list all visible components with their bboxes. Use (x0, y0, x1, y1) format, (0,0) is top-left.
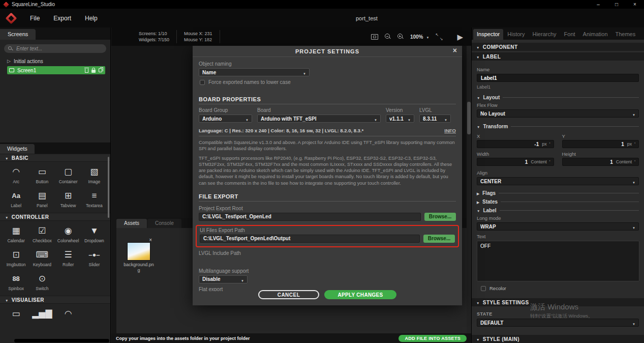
delete-screen-icon[interactable] (85, 69, 88, 73)
project-export-root-input[interactable]: C:\LVGL_Test\port_OpenLed (199, 213, 421, 221)
cancel-button[interactable]: CANCEL (258, 290, 319, 299)
align-dropdown[interactable]: CENTER (477, 177, 639, 185)
widget-tabview[interactable]: ⊞Tabview (55, 189, 81, 208)
widgets-section-visualiser[interactable]: VISUALISER (0, 296, 110, 304)
widget-checkbox[interactable]: ☑Checkbox (29, 224, 55, 243)
widget-label-widget[interactable]: AaLabel (3, 189, 29, 208)
board-dropdown[interactable]: Arduino with TFT_eSPI (257, 115, 381, 123)
transform-section-header[interactable]: Transform (477, 124, 639, 129)
state-dropdown[interactable]: DEFAULT (477, 319, 639, 327)
text-input[interactable]: OFF (477, 241, 639, 281)
widget-container[interactable]: ▢Container (55, 165, 81, 184)
project-root-browse-button[interactable]: Browse... (424, 213, 456, 221)
add-file-into-assets-button[interactable]: ADD FILE INTO ASSETS (398, 335, 467, 342)
ui-files-browse-button[interactable]: Browse... (423, 235, 455, 243)
width-input[interactable]: 1 Content (477, 158, 554, 166)
label-subsection-header[interactable]: Label (477, 208, 639, 213)
zoom-level-dropdown[interactable]: 100% (410, 34, 430, 40)
style-main-header[interactable]: STYLE (MAIN) (472, 335, 644, 343)
tree-item-screen1[interactable]: Screen1 (7, 66, 105, 74)
menu-file[interactable]: File (30, 15, 40, 22)
tab-animation[interactable]: Animation (579, 29, 611, 40)
board-group-dropdown[interactable]: Arduino (199, 115, 252, 123)
widget-panel[interactable]: ▤Panel (29, 189, 55, 208)
style-settings-header[interactable]: STYLE SETTINGS (472, 298, 644, 306)
widgets-section-controller[interactable]: CONTROLLER (0, 213, 110, 221)
component-section-header[interactable]: COMPONENT (472, 43, 644, 51)
zoom-in-icon[interactable] (397, 34, 404, 40)
tab-assets[interactable]: Assets (116, 219, 147, 228)
widget-imgbutton[interactable]: ⊡Imgbutton (3, 248, 29, 267)
tab-widgets[interactable]: Widgets (0, 144, 35, 154)
tab-hierarchy[interactable]: Hierarchy (529, 29, 560, 40)
widget-arc[interactable]: ◠Arc (3, 165, 29, 184)
widget-calendar[interactable]: ▦Calendar (3, 224, 29, 243)
recolor-checkbox[interactable] (481, 286, 486, 291)
maximize-button[interactable]: □ (607, 0, 626, 9)
widget-spinbox[interactable]: 88Spinbox (3, 272, 29, 291)
asset-thumbnail[interactable] (127, 242, 150, 261)
apply-changes-button[interactable]: APPLY CHANGES (324, 290, 396, 299)
widgets-scrollbar[interactable] (108, 157, 109, 218)
unit-selector-icon[interactable] (634, 159, 635, 164)
tree-item-initial-actions[interactable]: ▷ Initial actions (0, 57, 110, 65)
flags-section-header[interactable]: Flags (477, 190, 639, 196)
widget-textarea[interactable]: ≡Textarea (81, 189, 107, 208)
tab-screens[interactable]: Screens (0, 29, 36, 40)
tab-themes[interactable]: Themes (612, 29, 639, 40)
widget-image[interactable]: ▧Image (81, 165, 107, 184)
fullscreen-icon[interactable] (436, 34, 442, 40)
unit-selector-icon[interactable] (549, 159, 550, 164)
widget-colorwheel[interactable]: ◉Colorwheel (55, 224, 81, 243)
zoom-out-icon[interactable] (385, 34, 391, 40)
states-section-header[interactable]: States (477, 199, 639, 205)
long-mode-dropdown[interactable]: WRAP (477, 222, 639, 231)
layout-section-header[interactable]: Layout (477, 95, 639, 100)
widget-visualiser-2[interactable]: ▂▅▇ (29, 307, 55, 320)
duplicate-screen-icon[interactable] (99, 68, 102, 72)
remove-asset-icon[interactable]: × (149, 237, 152, 243)
search-box[interactable] (4, 44, 106, 53)
tab-console[interactable]: Console (147, 219, 181, 228)
close-window-button[interactable]: × (626, 0, 644, 9)
widgets-section-basic[interactable]: BASIC (0, 154, 110, 162)
widget-switch[interactable]: ⊙Switch (29, 272, 55, 291)
version-dropdown[interactable]: v1.1.1 (386, 115, 414, 123)
canvas-scrollbar-thumb[interactable] (467, 102, 471, 134)
menu-export[interactable]: Export (53, 15, 71, 22)
widget-dropdown[interactable]: ▼Dropdown (81, 224, 107, 243)
tab-font[interactable]: Font (561, 29, 579, 40)
menu-help[interactable]: Help (85, 15, 98, 22)
lvgl-version-dropdown[interactable]: 8.3.11 (419, 115, 451, 123)
widgets-horizontal-scrollbar[interactable] (14, 339, 109, 342)
minimize-button[interactable]: – (589, 0, 607, 9)
force-lowercase-checkbox[interactable] (200, 80, 205, 85)
widget-keyboard[interactable]: ⌨Keyboard (29, 248, 55, 267)
widget-slider[interactable]: –●–Slider (81, 248, 107, 267)
canvas-scrollbar[interactable] (467, 46, 471, 333)
multilanguage-dropdown[interactable]: Disable (199, 275, 248, 283)
tab-history[interactable]: History (504, 29, 528, 40)
y-input[interactable]: 1 px (562, 140, 639, 148)
label-section-header[interactable]: LABEL (472, 52, 644, 61)
unit-selector-icon[interactable] (634, 141, 635, 147)
play-button[interactable]: ▶ (457, 33, 463, 41)
object-naming-dropdown[interactable]: Name (199, 68, 310, 76)
widget-visualiser-3[interactable]: ◠ (55, 307, 81, 320)
tab-inspector[interactable]: Inspector (473, 29, 503, 40)
lock-screen-icon[interactable] (91, 70, 96, 73)
fit-screen-icon[interactable] (371, 34, 378, 40)
widget-roller[interactable]: ☰Roller (55, 248, 81, 267)
widget-visualiser-1[interactable]: ▭ (3, 307, 29, 320)
close-dialog-icon[interactable]: × (453, 46, 457, 54)
height-input[interactable]: 1 Content (562, 158, 639, 166)
flex-flow-dropdown[interactable]: No Layout (477, 109, 639, 118)
x-input[interactable]: -1 px (477, 140, 554, 148)
unit-selector-icon[interactable] (549, 141, 550, 147)
ui-files-export-path-input[interactable]: C:\LVGL_Test\port_OpenLed\Output (200, 235, 420, 243)
name-input[interactable]: Label1 (477, 74, 639, 82)
widget-button[interactable]: ▭Button (29, 165, 55, 184)
asset-item[interactable]: × background.png (122, 242, 155, 273)
search-input[interactable] (16, 46, 102, 51)
info-link[interactable]: INFO (444, 128, 456, 133)
